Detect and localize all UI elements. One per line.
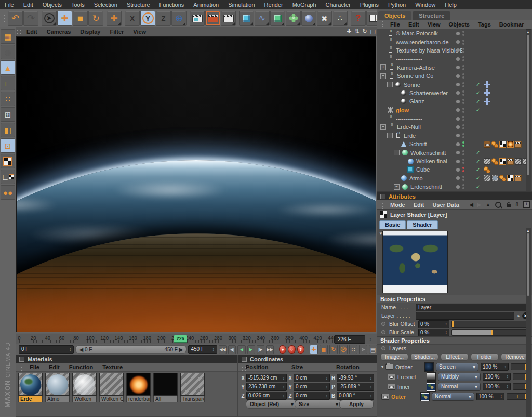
tree-item--[interactable]: -------------- xyxy=(377,55,532,63)
selection-record-button[interactable]: ➤ xyxy=(359,345,367,354)
visibility-dots[interactable] xyxy=(456,65,474,70)
texture-axis-mode-button[interactable]: ∟ xyxy=(1,170,15,184)
tree-item-cube[interactable]: Cube✓ xyxy=(377,165,532,174)
stripe-tag-icon[interactable] xyxy=(484,175,490,181)
visibility-dots[interactable] xyxy=(456,167,474,172)
visibility-toggle-icons[interactable] xyxy=(462,141,464,147)
current-frame-spinner[interactable]: ↕ xyxy=(367,335,374,344)
checker-tag-icon[interactable] xyxy=(507,175,514,181)
coordinate-field[interactable]: 0.088 °↕ xyxy=(337,392,374,400)
enabled-check-icon[interactable]: ✓ xyxy=(476,99,480,105)
opacity-field[interactable]: 100 %↕ xyxy=(483,383,511,390)
z-axis-lock-button[interactable]: Z xyxy=(156,11,171,26)
tree-item-wolkenschnitt[interactable]: −Wolkenschnitt✓ xyxy=(377,148,532,157)
expand-toggle-icon[interactable]: + xyxy=(380,64,386,70)
visibility-dots[interactable] xyxy=(456,31,474,36)
size-mode-dropdown[interactable]: Size▾ xyxy=(295,400,342,409)
attr-tab-shader[interactable]: Shader xyxy=(407,220,437,229)
layer-visibility-icon[interactable] xyxy=(381,394,389,400)
expand-toggle-icon[interactable]: − xyxy=(387,133,393,138)
blur-scale-field[interactable]: 0 %↕ xyxy=(418,329,449,336)
menu-python[interactable]: Python xyxy=(383,2,410,8)
attributes-menu-user-data[interactable]: User Data xyxy=(429,202,463,208)
visibility-dots[interactable] xyxy=(456,108,474,113)
material-thumbnail[interactable] xyxy=(126,373,151,396)
effect-button[interactable]: Effect... xyxy=(441,353,469,361)
menu-edit[interactable]: Edit xyxy=(19,2,38,8)
coordinate-field[interactable]: -25.889 °↕ xyxy=(337,383,374,391)
attributes-menu-grip[interactable] xyxy=(380,201,384,208)
layer-dot-icon[interactable] xyxy=(456,168,460,172)
spinner-icon[interactable]: ↕ xyxy=(507,373,509,380)
objects-menu-grip[interactable] xyxy=(380,21,384,28)
layer-dot-icon[interactable] xyxy=(456,160,460,163)
scrollbar-thumb[interactable] xyxy=(527,35,529,175)
clap-tag-icon[interactable] xyxy=(515,141,522,148)
tree-item--marc-potocnik[interactable]: © Marc Potocnik xyxy=(377,29,532,37)
layer-thumbnail[interactable] xyxy=(424,362,434,372)
redo-button[interactable]: ↷ xyxy=(23,11,38,26)
skip-start-button[interactable]: ◀◀ xyxy=(219,345,227,354)
start-frame-field[interactable]: 0 F↕ xyxy=(19,345,74,354)
render-settings-button[interactable] xyxy=(221,11,236,26)
viewport-menu-display[interactable]: Display xyxy=(75,29,105,35)
viewport-menu-edit[interactable]: Edit xyxy=(22,29,42,35)
phong-tag-icon[interactable] xyxy=(499,175,506,181)
layer-dot-icon[interactable] xyxy=(456,125,460,129)
shader-layer-inner[interactable]: InnerNormal▾100 %↕ xyxy=(377,382,532,392)
tree-item--[interactable]: -------------- xyxy=(377,114,532,123)
record-options-button[interactable]: ? xyxy=(297,345,304,354)
fire-tag-icon[interactable] xyxy=(507,141,514,148)
spinner-icon[interactable]: ↕ xyxy=(445,321,448,328)
shader-button[interactable]: Shader... xyxy=(410,353,438,361)
visibility-toggle-icons[interactable] xyxy=(462,176,464,181)
spinner-icon[interactable]: ↕ xyxy=(507,383,509,390)
basic-properties-header[interactable]: Basic Properties xyxy=(377,295,532,303)
slider-knob[interactable] xyxy=(452,321,454,327)
clap-tag-icon[interactable] xyxy=(507,158,514,165)
parent-object-icon[interactable]: ▲ xyxy=(484,202,493,207)
layer-dot-icon[interactable] xyxy=(456,134,460,137)
layer-dot-icon[interactable] xyxy=(456,40,460,44)
opacity-field[interactable]: 100 %↕ xyxy=(483,373,511,381)
add-cube-button[interactable] xyxy=(239,11,254,26)
live-selection-button[interactable]: ➤ xyxy=(42,11,57,26)
search-icon[interactable] xyxy=(495,202,501,208)
visibility-dots[interactable] xyxy=(456,82,474,87)
timeline-ruler[interactable]: 226 226 F ↕ 0204060801001201401601802002… xyxy=(16,334,377,344)
blend-mode-dropdown[interactable]: Normal▾ xyxy=(432,393,474,401)
lock-icon[interactable] xyxy=(507,204,511,207)
visibility-toggle-icons[interactable] xyxy=(462,167,464,172)
tree-item-erde-null[interactable]: −Erde-Null xyxy=(377,123,532,131)
current-frame-field[interactable]: 226 F xyxy=(334,335,365,344)
menu-animation[interactable]: Animation xyxy=(189,2,223,8)
tree-item-sonne[interactable]: −Sonne✓ xyxy=(377,80,532,88)
expand-toggle-icon[interactable]: − xyxy=(380,124,386,130)
object-tree-scrollbar[interactable]: ▲ xyxy=(526,29,531,192)
material-wolken-cl[interactable]: Wolken Cl xyxy=(99,373,124,402)
layer-dot-icon[interactable] xyxy=(456,32,460,35)
stripe-tag-icon[interactable] xyxy=(484,158,490,165)
image-button[interactable]: Image... xyxy=(380,353,408,361)
material-renderbaro[interactable]: renderbaro xyxy=(126,373,151,402)
layer-dot-icon[interactable] xyxy=(456,57,460,61)
visibility-toggle-icons[interactable] xyxy=(462,116,464,121)
menu-window[interactable]: Window xyxy=(410,2,440,8)
phong-tag-icon[interactable] xyxy=(484,166,490,173)
layer-dot-icon[interactable] xyxy=(456,66,460,69)
material-thumbnail[interactable] xyxy=(45,373,70,396)
help-button[interactable]: ? xyxy=(351,11,366,26)
enabled-check-icon[interactable]: ✓ xyxy=(476,159,480,164)
spinner-icon[interactable]: ↕ xyxy=(504,363,507,370)
blend-mode-dropdown[interactable]: Normal▾ xyxy=(438,383,481,391)
menu-plugins[interactable]: Plugins xyxy=(355,2,383,8)
materials-menu-texture[interactable]: Texture xyxy=(98,364,127,370)
playhead[interactable]: 226 xyxy=(174,335,187,343)
visibility-dots[interactable] xyxy=(456,99,474,104)
tree-item-kamera-achse[interactable]: +Kamera-Achse xyxy=(377,63,532,72)
coordinates-menu-grip[interactable] xyxy=(242,363,246,371)
object-mode-button[interactable]: ▲ xyxy=(1,60,15,75)
spinner-icon[interactable]: ↕ xyxy=(445,329,448,336)
render-picture-viewer-button[interactable] xyxy=(205,11,220,26)
keyframe-dot-icon[interactable] xyxy=(381,346,385,350)
